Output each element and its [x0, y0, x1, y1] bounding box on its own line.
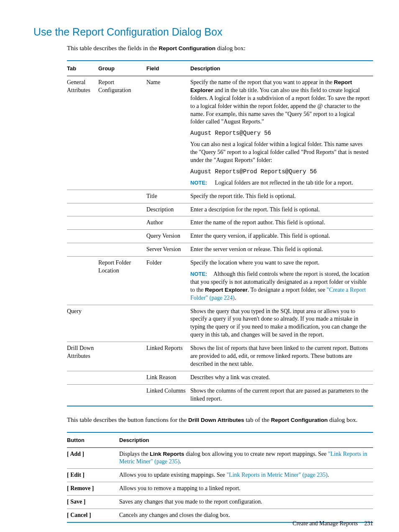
field-cell: Name: [146, 76, 190, 190]
folder-note-bold: Report Explorer: [205, 287, 248, 293]
desc-cell: Specify the report title. This field is …: [190, 190, 373, 203]
edit-a: Allows you to update existing mappings. …: [119, 472, 227, 478]
intro-text-2: dialog box:: [215, 45, 246, 51]
col-desc: Description: [190, 61, 373, 76]
col-desc: Description: [119, 432, 373, 448]
name-code1: August Reports@Query 56: [190, 129, 370, 137]
folder-note-b: . To designate a report folder, see: [248, 287, 327, 293]
field-cell: Title: [146, 190, 190, 203]
desc-cell: Shows the columns of the current report …: [190, 384, 373, 406]
mid-d: Report Configuration: [271, 417, 328, 423]
name-p1a: Specify the name of the report that you …: [190, 79, 334, 85]
field-cell: Link Reason: [146, 371, 190, 384]
button-add: [ Add ]: [67, 447, 119, 469]
desc-cell: Allows you to remove a mapping to a link…: [119, 482, 373, 496]
page-footer: Create and Manage Reports 231: [293, 520, 373, 527]
mid-paragraph: This table describes the button function…: [67, 416, 373, 424]
group-cell: Report Configuration: [98, 76, 146, 190]
field-cell: Folder: [146, 257, 190, 305]
add-b: Link Reports: [150, 451, 184, 457]
note-text: Logical folders are not reflected in the…: [215, 179, 370, 187]
edit-b: .: [327, 472, 329, 478]
button-edit: [ Edit ]: [67, 469, 119, 482]
mid-c: tab of the: [244, 416, 271, 423]
desc-cell: Enter the server version or release. Thi…: [190, 243, 373, 257]
name-p2: You can also nest a logical folder withi…: [190, 141, 370, 164]
footer-page-number: 231: [364, 520, 373, 527]
desc-cell: Enter the name of the report author. Thi…: [190, 216, 373, 230]
field-cell: Query Version: [146, 230, 190, 243]
edit-link[interactable]: "Link Reports in Metric Miner" (page 235…: [227, 472, 328, 478]
folder-note-c: .: [235, 295, 236, 301]
group-cell: Report Folder Location: [98, 257, 146, 305]
tab-cell: Query: [67, 305, 98, 342]
buttons-table: Button Description [ Add ] Displays the …: [67, 432, 373, 523]
note-label: NOTE:: [190, 179, 215, 187]
note-label: NOTE:: [190, 270, 212, 278]
button-cancel: [ Cancel ]: [67, 509, 119, 522]
mid-e: dialog box.: [328, 416, 358, 423]
add-c: dialog box allowing you to create new re…: [184, 451, 328, 457]
desc-cell: Saves any changes that you made to the r…: [119, 496, 373, 509]
desc-cell: Allows you to update existing mappings. …: [119, 469, 373, 482]
mid-a: This table describes the button function…: [67, 416, 188, 423]
col-field: Field: [146, 61, 190, 76]
name-p1c: and in the tab title. You can also use t…: [190, 87, 370, 125]
intro-paragraph: This table describes the fields in the R…: [67, 44, 373, 53]
add-a: Displays the: [119, 451, 150, 457]
desc-cell: Enter a description for the report. This…: [190, 203, 373, 216]
desc-cell: Displays the Link Reports dialog box all…: [119, 447, 373, 469]
desc-cell: Shows the list of reports that have been…: [190, 342, 373, 371]
desc-cell: Describes why a link was created.: [190, 371, 373, 384]
button-remove: [ Remove ]: [67, 482, 119, 496]
tab-cell: Drill Down Attributes: [67, 342, 98, 371]
footer-text: Create and Manage Reports: [293, 520, 358, 527]
button-save: [ Save ]: [67, 496, 119, 509]
field-cell: Server Version: [146, 243, 190, 257]
section-heading: Use the Report Configuration Dialog Box: [33, 26, 373, 38]
fields-table: Tab Group Field Description General Attr…: [67, 60, 373, 406]
desc-cell: Enter the query version, if applicable. …: [190, 230, 373, 243]
tab-cell: General Attributes: [67, 76, 98, 190]
name-code2: August Reports@Prod Reports@Query 56: [190, 168, 370, 176]
desc-cell: Specify the name of the report that you …: [190, 76, 373, 190]
field-cell: Linked Columns: [146, 384, 190, 406]
col-button: Button: [67, 432, 119, 448]
col-tab: Tab: [67, 61, 98, 76]
col-group: Group: [98, 61, 146, 76]
mid-b: Drill Down Attributes: [188, 417, 244, 423]
intro-text: This table describes the fields in the: [67, 45, 159, 51]
folder-p1: Specify the location where you want to s…: [190, 259, 370, 267]
field-cell: Description: [146, 203, 190, 216]
desc-cell: Shows the query that you typed in the SQ…: [190, 305, 373, 342]
field-cell: Author: [146, 216, 190, 230]
desc-cell: Specify the location where you want to s…: [190, 257, 373, 305]
field-cell: Linked Reports: [146, 342, 190, 371]
add-d: .: [180, 458, 182, 465]
intro-bold: Report Configuration: [159, 45, 216, 51]
